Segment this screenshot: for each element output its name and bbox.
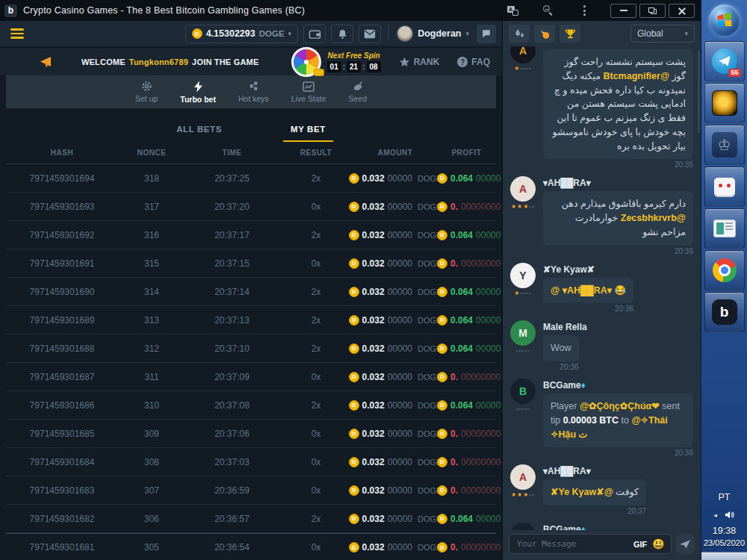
table-row[interactable]: 797145930168731120:37:090xD0.03200000DOG…	[6, 363, 496, 391]
result-cell: 2x	[279, 315, 353, 326]
value-rest: 00000	[388, 485, 412, 496]
menu-kebab-icon[interactable]	[574, 3, 594, 18]
table-row[interactable]: 797145930169331720:37:200xD0.03200000DOG…	[6, 193, 496, 221]
table-row[interactable]: 797145930168330720:36:590xD0.03200000DOG…	[6, 476, 496, 505]
avatar[interactable]: B	[510, 523, 536, 530]
chat-message-body: ▾AH██RA▾دارم کیرمو باقاشوق میذارم دهن @Z…	[543, 176, 693, 256]
table-row[interactable]: 797145930168430820:37:030xD0.03200000DOG…	[6, 448, 496, 476]
start-button[interactable]	[701, 0, 747, 40]
hash-cell: 7971459301689	[6, 315, 118, 326]
taskbar-gold-game[interactable]	[704, 83, 745, 123]
translate-icon[interactable]: A	[503, 3, 522, 18]
taskbar-chrome[interactable]	[704, 250, 745, 290]
balance-selector[interactable]: D 4.15302293 DOGE ▾	[185, 25, 298, 43]
profit-cell: D0.06400000DOGE	[437, 400, 502, 411]
chat-toggle-button[interactable]	[477, 25, 496, 43]
free-spin-widget[interactable]: Next Free Spin 01 : 21 : 08	[291, 47, 381, 77]
tab-my-bet[interactable]: MY BET	[283, 120, 333, 142]
fireball-icon	[539, 28, 551, 40]
result-cell: 0x	[279, 542, 353, 553]
table-row[interactable]: 797145930168230620:36:572xD0.03200000DOG…	[6, 505, 496, 533]
nonce-cell: 309	[118, 429, 185, 439]
table-row[interactable]: 797145930169431820:37:252xD0.03200000DOG…	[6, 164, 496, 193]
chat-input-box[interactable]: GIF 😃	[509, 534, 672, 554]
table-row[interactable]: 797145930168130520:36:540xD0.03200000DOG…	[6, 533, 496, 560]
notifications-bell-button[interactable]	[331, 25, 353, 43]
amount-cell: D0.03200000DOGE	[353, 485, 437, 496]
chat-username[interactable]: ✘Ye Kyaw✘	[543, 264, 693, 275]
taskbar-bcgame[interactable]: b	[704, 292, 745, 332]
clock-date[interactable]: 23/05/2020	[704, 538, 745, 547]
avatar[interactable]: M	[510, 320, 536, 346]
emoji-button[interactable]: 😃	[652, 538, 664, 550]
fireball-button[interactable]	[534, 25, 555, 43]
chat-username[interactable]: BCGame♦	[543, 524, 693, 530]
chat-username[interactable]: BCGame♦	[543, 380, 693, 391]
rank-button[interactable]: RANK	[399, 57, 440, 67]
nonce-cell: 316	[118, 230, 185, 240]
send-button[interactable]	[676, 534, 695, 554]
avatar[interactable]: A	[510, 464, 536, 490]
gif-button[interactable]: GIF	[633, 540, 647, 549]
table-row[interactable]: 797145930168631020:37:082xD0.03200000DOG…	[6, 391, 496, 420]
tab-all-bets[interactable]: ALL BETS	[169, 120, 229, 142]
table-row[interactable]: 797145930169131520:37:150xD0.03200000DOG…	[6, 249, 496, 278]
hidden-icons-arrow[interactable]: ◂	[713, 511, 717, 519]
restore-button[interactable]	[639, 4, 666, 18]
chat-scrollbar[interactable]	[698, 51, 700, 133]
avatar[interactable]: Y	[510, 263, 536, 288]
chat-input[interactable]	[515, 538, 628, 550]
language-indicator[interactable]: PT	[719, 492, 731, 503]
tab-hot-keys[interactable]: Hot keys	[238, 81, 269, 103]
speaker-icon[interactable]	[725, 510, 735, 520]
tab-turbo-bet[interactable]: Turbo bet	[180, 81, 216, 104]
avatar[interactable]: A	[510, 46, 536, 63]
user-menu[interactable]: Dogderan ▾	[397, 25, 469, 42]
taskbar-crown-game[interactable]: ♔	[704, 125, 745, 165]
bcgame-icon: b	[712, 299, 737, 325]
chat-channel-value: Global	[637, 28, 663, 39]
value-rest: 00000000	[461, 429, 500, 439]
screen: b Crypto Casino Games - The 8 Best Bitco…	[0, 0, 747, 560]
faq-button[interactable]: ? FAQ	[457, 57, 490, 67]
timer-minutes: 21	[347, 61, 361, 72]
mention[interactable]: @✿Çôηç✿Çhúα❤	[580, 401, 660, 411]
table-row[interactable]: 797145930169231620:37:172xD0.03200000DOG…	[6, 221, 496, 249]
mail-button[interactable]	[359, 25, 381, 43]
rain-button[interactable]	[509, 25, 530, 43]
table-row[interactable]: 797145930169031420:37:142xD0.03200000DOG…	[6, 278, 496, 306]
time-cell: 20:36:59	[185, 485, 279, 496]
mention[interactable]: @✘Ye Kyaw✘	[551, 487, 613, 497]
avatar[interactable]: B	[510, 379, 536, 404]
close-button[interactable]	[669, 4, 695, 18]
table-row[interactable]: 797145930168530920:37:060xD0.03200000DOG…	[6, 420, 496, 448]
zoom-icon[interactable]	[539, 3, 558, 18]
value-main: 0.032	[362, 514, 385, 524]
doge-coin-icon: D	[349, 485, 359, 496]
hamburger-menu-icon[interactable]	[10, 28, 24, 39]
clock-time[interactable]: 19:38	[713, 526, 736, 536]
show-desktop-button[interactable]	[701, 552, 747, 560]
taskbar-robot-app[interactable]	[704, 167, 745, 207]
taskbar-telegram[interactable]: 55	[704, 41, 745, 81]
table-row[interactable]: 797145930168831220:37:102xD0.03200000DOG…	[6, 335, 496, 363]
tab-set-up[interactable]: Set up	[135, 81, 158, 103]
chat-username[interactable]: Male Rella	[543, 322, 693, 332]
minimize-button[interactable]	[610, 4, 636, 18]
trophy-button[interactable]	[560, 25, 580, 43]
chat-username[interactable]: ▾AH██RA▾	[543, 466, 693, 476]
result-cell: 0x	[279, 485, 353, 496]
chat-channel-select[interactable]: Global ▾	[630, 25, 695, 43]
value-rest: 00000000	[461, 485, 500, 496]
mention[interactable]: @ ▾AH██RA▾	[551, 285, 612, 296]
chat-username[interactable]: ▾AH██RA▾	[543, 178, 693, 188]
mention[interactable]: @Zecsbhkrvrb	[621, 213, 686, 223]
tab-seed[interactable]: Seed	[349, 81, 368, 103]
table-row[interactable]: 797145930168931320:37:132xD0.03200000DOG…	[6, 306, 496, 335]
taskbar-window-app[interactable]	[704, 208, 745, 249]
avatar[interactable]: A	[510, 176, 536, 202]
chat-bubble: كوفت @✘Ye Kyaw✘	[543, 479, 646, 505]
wallet-button[interactable]	[303, 25, 326, 43]
mention[interactable]: @Btcmagnifier	[603, 71, 669, 81]
tab-live-state[interactable]: Live State	[291, 81, 326, 103]
